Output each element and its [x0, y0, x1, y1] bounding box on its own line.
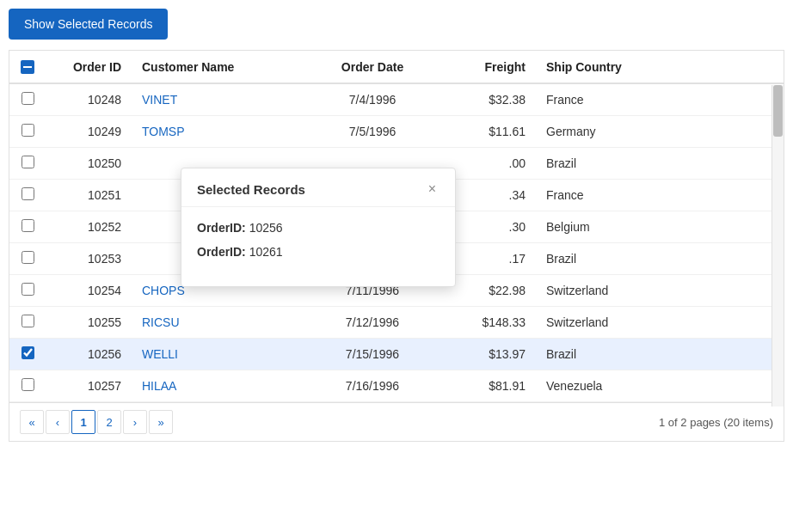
- row-checkbox-cell: [9, 180, 46, 211]
- popup-record-1-val: 10256: [249, 221, 283, 235]
- row-checkbox-cell: [9, 307, 46, 339]
- row-customer[interactable]: RICSU: [132, 307, 304, 339]
- row-orderid: 10249: [46, 116, 132, 148]
- popup-title: Selected Records: [197, 182, 305, 197]
- table-row: 10249TOMSP7/5/1996$11.61Germany: [9, 116, 784, 148]
- show-selected-button[interactable]: Show Selected Records: [9, 9, 168, 40]
- row-date: 7/15/1996: [304, 339, 441, 370]
- row-country: Belgium: [536, 211, 784, 243]
- select-all-minus-icon[interactable]: [21, 60, 34, 74]
- pagination-bar: « ‹ 1 2 › » 1 of 2 pages (20 items): [9, 402, 784, 441]
- header-date: Order Date: [304, 51, 441, 83]
- row-country: Switzerland: [536, 275, 784, 307]
- table-row: 10256WELLI7/15/1996$13.97Brazil: [9, 339, 784, 370]
- row-orderid: 10251: [46, 180, 132, 211]
- popup-overlay: Selected Records × OrderID: 10256 OrderI…: [181, 168, 456, 287]
- row-checkbox[interactable]: [22, 156, 34, 168]
- header-orderid: Order ID: [46, 51, 132, 83]
- row-country: France: [536, 83, 784, 116]
- popup-record-2-val: 10261: [249, 245, 283, 259]
- header-checkbox-cell: [9, 51, 46, 83]
- row-checkbox[interactable]: [22, 315, 34, 327]
- page-1-button[interactable]: 1: [71, 410, 95, 434]
- row-freight: $13.97: [441, 339, 536, 370]
- page-2-button[interactable]: 2: [97, 410, 121, 434]
- row-checkbox-cell: [9, 83, 46, 116]
- row-orderid: 10254: [46, 275, 132, 307]
- header-customer: Customer Name: [132, 51, 304, 83]
- row-checkbox[interactable]: [22, 92, 34, 105]
- popup-record-1-label: OrderID:: [197, 221, 246, 235]
- row-orderid: 10253: [46, 243, 132, 275]
- table-row: 10255RICSU7/12/1996$148.33Switzerland: [9, 307, 784, 339]
- table-row: 10248VINET7/4/1996$32.38France: [9, 83, 784, 116]
- table-header: Order ID Customer Name Order Date Freigh…: [9, 51, 784, 83]
- selected-records-popup: Selected Records × OrderID: 10256 OrderI…: [181, 168, 456, 287]
- header-freight: Freight: [441, 51, 536, 83]
- row-orderid: 10256: [46, 339, 132, 370]
- row-checkbox[interactable]: [22, 346, 34, 359]
- row-customer[interactable]: HILAA: [132, 370, 304, 402]
- page-nav: « ‹ 1 2 › »: [20, 410, 173, 434]
- row-checkbox-cell: [9, 339, 46, 370]
- row-country: Venezuela: [536, 370, 784, 402]
- scrollbar[interactable]: [771, 85, 784, 407]
- page-info: 1 of 2 pages (20 items): [659, 416, 773, 429]
- row-orderid: 10252: [46, 211, 132, 243]
- popup-body: OrderID: 10256 OrderID: 10261: [181, 207, 455, 286]
- row-checkbox-cell: [9, 275, 46, 307]
- row-freight: $81.91: [441, 370, 536, 402]
- row-country: Brazil: [536, 148, 784, 180]
- first-page-button[interactable]: «: [20, 410, 44, 434]
- row-checkbox-cell: [9, 116, 46, 148]
- row-checkbox[interactable]: [22, 251, 34, 264]
- row-checkbox[interactable]: [22, 124, 34, 137]
- row-date: 7/16/1996: [304, 370, 441, 402]
- row-country: Brazil: [536, 243, 784, 275]
- header-country: Ship Country: [536, 51, 784, 83]
- next-page-button[interactable]: ›: [123, 410, 147, 434]
- row-freight: $32.38: [441, 83, 536, 116]
- app-container: Show Selected Records Order ID Customer …: [0, 0, 793, 532]
- row-freight: $148.33: [441, 307, 536, 339]
- row-orderid: 10248: [46, 83, 132, 116]
- row-customer[interactable]: VINET: [132, 83, 304, 116]
- last-page-button[interactable]: »: [149, 410, 173, 434]
- table-row: 10257HILAA7/16/1996$81.91Venezuela: [9, 370, 784, 402]
- row-date: 7/5/1996: [304, 116, 441, 148]
- popup-close-button[interactable]: ×: [425, 180, 440, 198]
- row-checkbox-cell: [9, 370, 46, 402]
- row-checkbox-cell: [9, 243, 46, 275]
- row-country: Brazil: [536, 339, 784, 370]
- row-customer[interactable]: WELLI: [132, 339, 304, 370]
- row-date: 7/4/1996: [304, 83, 441, 116]
- row-country: Switzerland: [536, 307, 784, 339]
- row-checkbox-cell: [9, 211, 46, 243]
- row-checkbox[interactable]: [22, 283, 34, 296]
- row-orderid: 10255: [46, 307, 132, 339]
- popup-record-1: OrderID: 10256: [197, 221, 440, 235]
- row-country: Germany: [536, 116, 784, 148]
- row-date: 7/12/1996: [304, 307, 441, 339]
- row-checkbox[interactable]: [22, 378, 34, 391]
- row-checkbox-cell: [9, 148, 46, 180]
- popup-record-2: OrderID: 10261: [197, 245, 440, 259]
- prev-page-button[interactable]: ‹: [46, 410, 70, 434]
- row-country: France: [536, 180, 784, 211]
- popup-header: Selected Records ×: [181, 168, 455, 207]
- row-customer[interactable]: TOMSP: [132, 116, 304, 148]
- row-checkbox[interactable]: [22, 187, 34, 200]
- row-checkbox[interactable]: [22, 219, 34, 232]
- row-freight: $11.61: [441, 116, 536, 148]
- popup-record-2-label: OrderID:: [197, 245, 246, 259]
- row-orderid: 10257: [46, 370, 132, 402]
- scroll-thumb[interactable]: [773, 85, 783, 137]
- row-orderid: 10250: [46, 148, 132, 180]
